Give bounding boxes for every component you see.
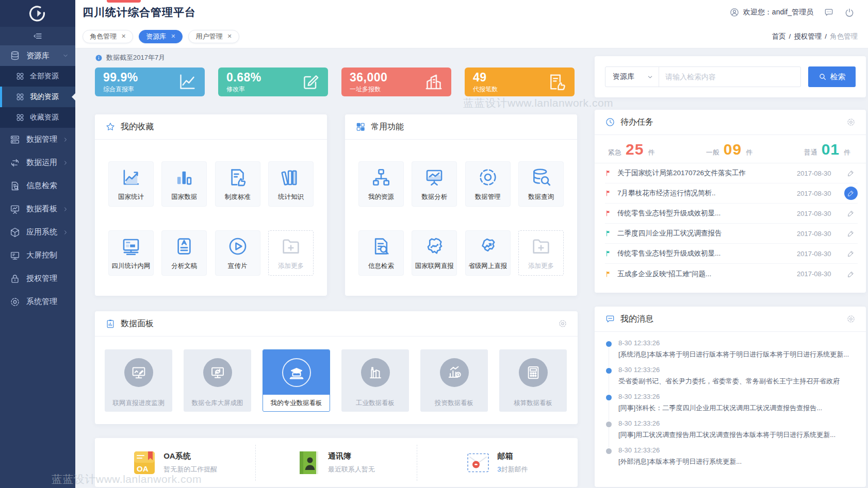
shortcut-tile[interactable]: 省级网上直报 <box>465 230 511 276</box>
sidebar-collapse-button[interactable] <box>0 27 75 45</box>
messages-header: 我的消息 <box>595 307 866 332</box>
message-item[interactable]: 8-30 12:33:26[同事]张科长：二季度四川企业用工状况调用工状况调查报… <box>606 393 856 419</box>
shortcut-tile[interactable]: 四川统计内网 <box>108 230 154 276</box>
dashboard-card-label: 工业数据看板 <box>342 395 408 411</box>
todo-settings-gear-icon[interactable] <box>846 117 856 127</box>
edit-pencil-icon[interactable] <box>844 187 858 200</box>
messages-settings-gear-icon[interactable] <box>846 314 856 324</box>
sidebar-item[interactable]: 授权管理 <box>0 267 75 290</box>
add-more-tile[interactable]: 添加更多 <box>518 230 564 276</box>
task-row[interactable]: 传统零售业态转型升级成效初显...2017-08-30 <box>605 204 858 224</box>
sidebar-subitem[interactable]: 我的资源 <box>0 87 75 107</box>
edit-pencil-icon[interactable] <box>844 267 858 281</box>
sidebar-group-label: 资源库 <box>26 51 50 61</box>
tab-close-icon[interactable]: ✕ <box>227 33 232 40</box>
todo-stat-unit: 件 <box>844 148 850 157</box>
breadcrumb-item[interactable]: 授权管理 <box>794 32 822 40</box>
shortcut-tile[interactable]: 国家联网直报 <box>412 230 457 276</box>
tile-label: 省级网上直报 <box>468 262 507 271</box>
invest-chart-icon <box>440 358 469 387</box>
task-row[interactable]: 五成多企业反映“招工难”问题...2017-08-30 <box>605 264 858 284</box>
user-welcome[interactable]: 欢迎您：andif_管理员 <box>729 7 813 18</box>
tile-label: 数据管理 <box>475 193 501 201</box>
search-input[interactable] <box>659 67 800 87</box>
messages-icon[interactable] <box>824 7 834 18</box>
sidebar-item[interactable]: 信息检索 <box>0 174 75 197</box>
dashboard-card[interactable]: 我的专业数据看板 <box>263 349 330 412</box>
data-board-title: 数据面板 <box>121 318 154 329</box>
play-circle-icon <box>227 235 249 257</box>
shortcut-tile[interactable]: 我的资源 <box>358 161 404 207</box>
task-row[interactable]: 关于国家统计局第20170726文件落实工作2017-08-30 <box>605 163 858 183</box>
message-time: 8-30 12:33:26 <box>618 393 856 400</box>
tab[interactable]: 角色管理✕ <box>83 30 133 43</box>
shortcut-tile[interactable]: 国家统计 <box>108 161 154 207</box>
task-row[interactable]: 7月攀枝花市经济运行情况简析..2017-08-30 <box>605 183 858 204</box>
sidebar-item[interactable]: 数据管理 <box>0 128 75 151</box>
shortcut-tile[interactable]: 数据查询 <box>518 161 564 207</box>
stat-card[interactable]: 0.68%修改率 <box>218 68 328 96</box>
stat-card[interactable]: 36,000一址多报数 <box>341 68 451 96</box>
task-row[interactable]: 二季度四川企业用工状况调查报告2017-08-30 <box>605 224 858 244</box>
tile-label: 添加更多 <box>528 262 554 271</box>
quick-link[interactable]: 通讯簿最近联系人暂无 <box>255 445 416 481</box>
app-logo[interactable] <box>0 0 75 27</box>
shortcut-tile[interactable]: 信息检索 <box>358 230 404 276</box>
edit-pencil-icon[interactable] <box>844 247 858 260</box>
quick-link[interactable]: 邮箱3封新邮件 <box>417 445 578 481</box>
message-item[interactable]: 8-30 12:33:26[同事]用工状况调查报告用工状况调查报告本版本将于明日… <box>606 419 856 446</box>
edit-pencil-icon[interactable] <box>844 166 858 180</box>
task-date: 2017-08-30 <box>797 190 839 197</box>
shortcut-tile[interactable]: 数据管理 <box>465 161 511 207</box>
stat-card[interactable]: 99.9%综合直报率 <box>95 68 205 96</box>
message-item[interactable]: 8-30 12:33:26[外部消息]本版本将于明日进行系统更新... <box>606 446 856 473</box>
tab-label: 用户管理 <box>195 32 222 41</box>
sidebar-item[interactable]: 数据运用 <box>0 151 75 174</box>
quick-link[interactable]: OAOA系统暂无新的工作提醒 <box>95 445 255 481</box>
flag-icon <box>605 250 612 257</box>
sidebar-group-header[interactable]: 资源库 <box>0 45 75 66</box>
sidebar-item[interactable]: 系统管理 <box>0 290 75 313</box>
breadcrumb-item[interactable]: 首页 <box>772 32 785 40</box>
tile-label: 国家数据 <box>171 193 197 201</box>
dashboard-card[interactable]: 工业数据看板 <box>341 349 409 412</box>
tab-close-icon[interactable]: ✕ <box>121 33 126 40</box>
chevron-right-icon <box>62 206 69 213</box>
shortcut-tile[interactable]: 制度标准 <box>215 161 260 207</box>
sidebar-subitem[interactable]: 收藏资源 <box>0 107 75 128</box>
add-more-tile[interactable]: 添加更多 <box>268 230 314 276</box>
shortcut-tile[interactable]: 数据分析 <box>412 161 457 207</box>
bar-chart-icon <box>173 166 195 188</box>
favorites-grid: 国家统计国家数据制度标准统计知识四川统计内网分析文稿宣传片添加更多 <box>95 140 327 299</box>
sidebar-item[interactable]: 大屏控制 <box>0 244 75 267</box>
tab-close-icon[interactable]: ✕ <box>171 33 175 40</box>
task-row[interactable]: 传统零售业态转型升级成效初显...2017-08-30 <box>605 244 858 264</box>
shortcut-tile[interactable]: 统计知识 <box>268 161 314 207</box>
stat-card[interactable]: 49代报笔数 <box>465 68 575 96</box>
shortcut-tile[interactable]: 分析文稿 <box>161 230 207 276</box>
search-button[interactable]: 检索 <box>808 66 856 87</box>
sidebar-subitem[interactable]: 全部资源 <box>0 66 75 87</box>
message-item[interactable]: 8-30 12:33:26[系统消息]本版本将于明日进行版本将于明日进行版本将于… <box>606 339 856 366</box>
contacts-book-icon <box>298 450 320 475</box>
grad-cap-icon <box>282 358 311 387</box>
task-date: 2017-08-30 <box>797 170 839 177</box>
message-item[interactable]: 8-30 12:33:26受省委副书记、省长尹力委托，省委常委、常务副省长王宁主… <box>606 366 856 393</box>
shortcut-tile[interactable]: 国家数据 <box>161 161 207 207</box>
shortcut-tile[interactable]: 宣传片 <box>215 230 260 276</box>
dashboard-card[interactable]: 投资数据看板 <box>420 349 488 412</box>
sidebar-item[interactable]: 应用系统 <box>0 221 75 244</box>
dashboard-card[interactable]: 数据仓库大屏成图 <box>184 349 251 412</box>
edit-pencil-icon[interactable] <box>844 227 858 240</box>
power-icon[interactable] <box>844 7 855 18</box>
dashboard-card[interactable]: 联网直报进度监测 <box>105 349 172 412</box>
sidebar-item[interactable]: 数据看板 <box>0 197 75 221</box>
search-category-select[interactable]: 资源库 <box>605 67 659 87</box>
data-board-settings-gear-icon[interactable] <box>558 319 567 328</box>
tab[interactable]: 资源库✕ <box>139 30 183 43</box>
edit-pencil-icon[interactable] <box>844 207 858 220</box>
grid-circles-icon <box>15 72 25 81</box>
tab[interactable]: 用户管理✕ <box>188 30 239 43</box>
dashboard-card[interactable]: 核算数据看板 <box>499 349 567 412</box>
sidebar-item-label: 信息检索 <box>26 181 57 191</box>
